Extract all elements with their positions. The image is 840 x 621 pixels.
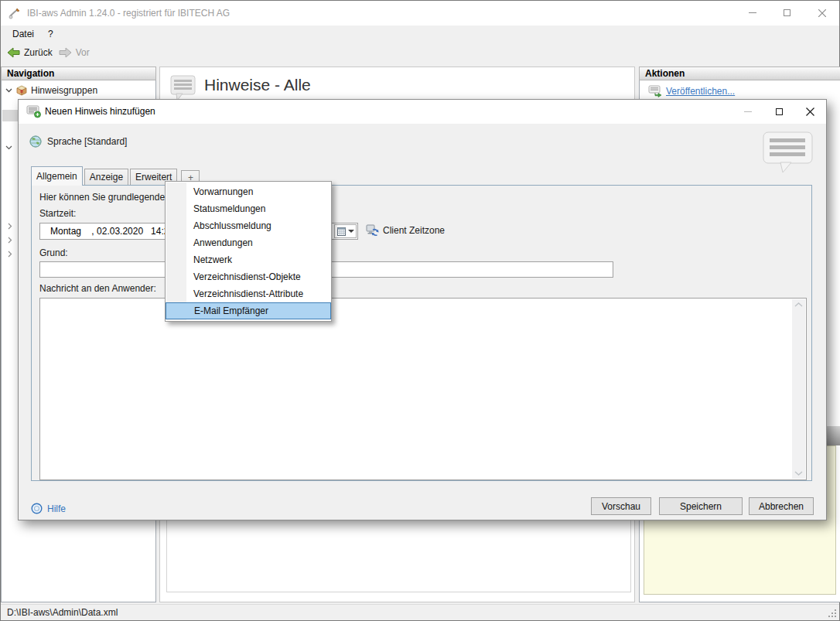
client-timezone: Client Zeitzone bbox=[366, 224, 445, 237]
forward-button[interactable]: Vor bbox=[59, 47, 90, 58]
forward-arrow-icon bbox=[59, 47, 72, 58]
dialog-close-button[interactable] bbox=[794, 101, 825, 123]
message-label: Nachricht an den Anwender: bbox=[39, 283, 156, 294]
globe-icon bbox=[29, 135, 42, 148]
hinweis-bubble-icon bbox=[762, 131, 814, 174]
menu-bar: Datei ? bbox=[1, 26, 839, 43]
tab-anzeige[interactable]: Anzeige bbox=[84, 169, 128, 186]
tree-item-hinweisgruppen[interactable]: Hinweisgruppen bbox=[2, 83, 97, 97]
publish-icon bbox=[648, 85, 662, 97]
dialog-maximize-button[interactable] bbox=[763, 101, 794, 123]
dialog-icon bbox=[26, 104, 42, 118]
app-icon bbox=[9, 7, 21, 19]
status-bar: D:\IBI-aws\Admin\Data.xml bbox=[1, 604, 839, 620]
language-selector[interactable]: Sprache [Standard] bbox=[29, 135, 127, 148]
navigation-header: Navigation bbox=[1, 67, 156, 80]
dialog-titlebar[interactable]: Neuen Hinweis hinzufügen bbox=[19, 100, 826, 124]
tab-allgemein[interactable]: Allgemein bbox=[31, 166, 83, 186]
menu-datei[interactable]: Datei bbox=[5, 26, 41, 43]
back-label: Zurück bbox=[24, 47, 53, 58]
back-button[interactable]: Zurück bbox=[7, 47, 53, 58]
publish-action[interactable]: Veröffentlichen... bbox=[640, 84, 735, 98]
dialog-title: Neuen Hinweis hinzufügen bbox=[45, 100, 155, 124]
tree-item-label: Hinweisgruppen bbox=[31, 85, 97, 96]
hinweisgruppen-box-icon bbox=[15, 84, 28, 96]
menu-item-vorwarnungen[interactable]: Vorwarnungen bbox=[166, 183, 331, 200]
menu-help[interactable]: ? bbox=[41, 26, 60, 43]
close-icon bbox=[806, 107, 814, 116]
chevron-down-icon[interactable] bbox=[5, 87, 12, 94]
message-textarea[interactable] bbox=[40, 299, 793, 479]
add-tab-menu: Vorwarnungen Statusmeldungen Abschlussme… bbox=[165, 181, 332, 322]
menu-item-abschlussmeldung[interactable]: Abschlussmeldung bbox=[166, 217, 331, 234]
maximize-icon bbox=[776, 108, 783, 115]
client-timezone-label: Client Zeitzone bbox=[383, 225, 445, 236]
chevron-down-icon bbox=[348, 230, 354, 233]
start-time-value: Montag , 02.03.2020 14:23 bbox=[50, 223, 174, 239]
menu-item-netzwerk[interactable]: Netzwerk bbox=[166, 251, 331, 268]
maximize-icon bbox=[784, 9, 790, 16]
application-window: IBI-aws Admin 1.24.0 - registriert für I… bbox=[0, 0, 840, 621]
minimize-icon bbox=[749, 12, 756, 13]
abbrechen-button[interactable]: Abbrechen bbox=[749, 497, 814, 515]
menu-item-anwendungen[interactable]: Anwendungen bbox=[166, 234, 331, 251]
actions-header: Aktionen bbox=[639, 67, 840, 80]
intro-text: Hier können Sie grundlegende Ei bbox=[39, 192, 176, 203]
resize-grip-icon[interactable] bbox=[835, 616, 836, 617]
speech-bubble-icon bbox=[170, 73, 196, 102]
forward-label: Vor bbox=[76, 47, 90, 58]
status-path: D:\IBI-aws\Admin\Data.xml bbox=[7, 605, 118, 620]
dialog-minimize-button bbox=[732, 101, 763, 123]
minimize-icon bbox=[744, 111, 752, 112]
maximize-button[interactable] bbox=[770, 1, 804, 25]
add-hinweis-dialog: Neuen Hinweis hinzufügen Sprache [Standa… bbox=[18, 99, 827, 520]
menu-item-verzeichnisdienst-attribute[interactable]: Verzeichnisdienst-Attribute bbox=[166, 285, 331, 302]
help-icon bbox=[31, 503, 43, 514]
close-button[interactable] bbox=[804, 1, 839, 25]
start-time-label: Startzeit: bbox=[39, 208, 76, 219]
chevron-right-icon[interactable] bbox=[6, 251, 13, 258]
help-label: Hilfe bbox=[47, 503, 66, 514]
back-arrow-icon bbox=[7, 47, 20, 58]
titlebar[interactable]: IBI-aws Admin 1.24.0 - registriert für I… bbox=[1, 1, 839, 26]
menu-item-verzeichnisdienst-objekte[interactable]: Verzeichnisdienst-Objekte bbox=[166, 268, 331, 285]
speichern-button[interactable]: Speichern bbox=[659, 497, 743, 515]
chevron-right-icon[interactable] bbox=[6, 237, 13, 244]
toolbar: Zurück Vor bbox=[1, 43, 839, 63]
reason-label: Grund: bbox=[39, 247, 68, 258]
calendar-dropdown-button[interactable] bbox=[334, 224, 357, 238]
chevron-down-icon[interactable] bbox=[5, 144, 12, 151]
window-title: IBI-aws Admin 1.24.0 - registriert für I… bbox=[27, 1, 230, 26]
chevron-right-icon[interactable] bbox=[6, 223, 13, 230]
calendar-icon bbox=[337, 227, 346, 236]
menu-item-statusmeldungen[interactable]: Statusmeldungen bbox=[166, 200, 331, 217]
page-title: Hinweise - Alle bbox=[204, 76, 311, 94]
client-timezone-icon bbox=[366, 224, 379, 237]
scroll-down-icon[interactable] bbox=[794, 471, 803, 476]
menu-item-email-empfaenger[interactable]: E-Mail Empfänger bbox=[166, 302, 331, 319]
tab-page-allgemein: Hier können Sie grundlegende Ei Startzei… bbox=[31, 185, 812, 481]
close-icon bbox=[818, 9, 826, 17]
scroll-up-icon[interactable] bbox=[794, 302, 803, 307]
help-link[interactable]: Hilfe bbox=[31, 503, 66, 514]
message-box bbox=[39, 298, 807, 480]
language-label: Sprache [Standard] bbox=[47, 136, 127, 147]
textarea-scrollbar[interactable] bbox=[792, 299, 805, 479]
minimize-button[interactable] bbox=[735, 1, 770, 25]
vorschau-button[interactable]: Vorschau bbox=[591, 497, 651, 515]
publish-link-label: Veröffentlichen... bbox=[666, 86, 735, 97]
